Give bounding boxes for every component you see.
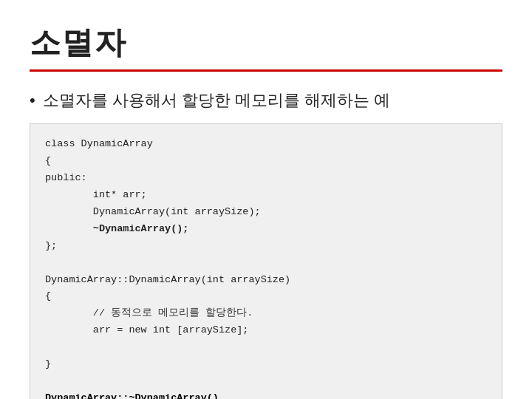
code-line-10: { bbox=[45, 288, 487, 305]
code-line-13 bbox=[45, 339, 487, 356]
bullet-marker: • bbox=[30, 91, 35, 110]
code-line-2: { bbox=[45, 153, 487, 170]
page-title: 소멸자 bbox=[30, 22, 502, 64]
code-line-11: // 동적으로 메모리를 할당한다. bbox=[45, 305, 487, 322]
code-line-4: int* arr; bbox=[45, 187, 487, 204]
code-line-5: DynamicArray(int arraySize); bbox=[45, 204, 487, 221]
bullet-text: 소멸자를 사용해서 할당한 메모리를 해제하는 예 bbox=[43, 89, 391, 112]
code-block: class DynamicArray { public: int* arr; D… bbox=[30, 123, 502, 399]
code-line-8 bbox=[45, 255, 487, 272]
code-line-6: ~DynamicArray(); bbox=[45, 221, 487, 238]
code-line-1: class DynamicArray bbox=[45, 136, 487, 153]
page: 소멸자 • 소멸자를 사용해서 할당한 메모리를 해제하는 예 class Dy… bbox=[0, 0, 532, 399]
code-line-7: }; bbox=[45, 238, 487, 255]
code-line-14: } bbox=[45, 356, 487, 373]
code-line-9: DynamicArray::DynamicArray(int arraySize… bbox=[45, 272, 487, 289]
code-line-3: public: bbox=[45, 170, 487, 187]
title-divider bbox=[30, 69, 502, 72]
code-line-15 bbox=[45, 373, 487, 390]
code-line-12: arr = new int [arraySize]; bbox=[45, 322, 487, 339]
code-line-16: DynamicArray::~DynamicArray() bbox=[45, 390, 487, 399]
bullet-section: • 소멸자를 사용해서 할당한 메모리를 해제하는 예 bbox=[30, 89, 502, 112]
